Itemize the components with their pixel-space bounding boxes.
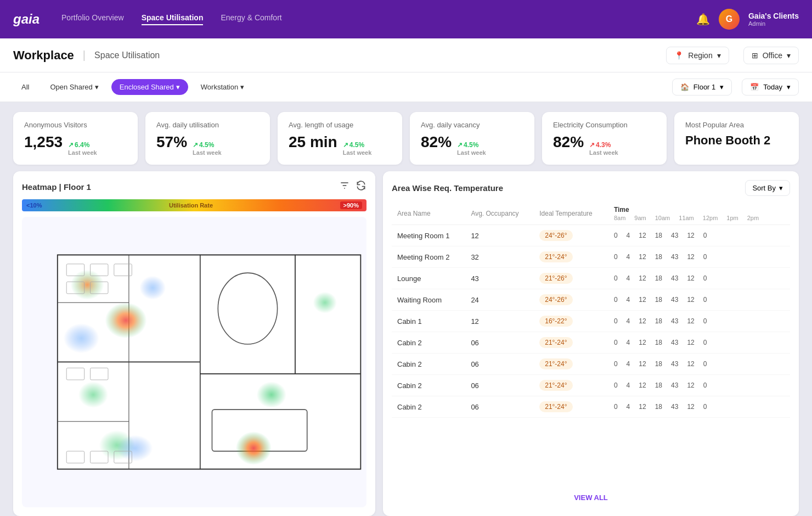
- cell-times: 04121843120: [608, 311, 790, 332]
- cell-times: 04121843120: [608, 396, 790, 418]
- kpi-change-1: ↗4.5% Last week: [193, 141, 222, 156]
- cell-area: Waiting Room: [392, 289, 465, 311]
- cell-temp: 21°-24°: [534, 246, 608, 268]
- cell-area: Meeting Room 2: [392, 246, 465, 268]
- kpi-label-2: Avg. length of usage: [289, 121, 391, 129]
- kpi-daily-utilisation: Avg. daily utilisation 57% ↗4.5% Last we…: [145, 112, 270, 165]
- svg-rect-8: [295, 255, 360, 374]
- svg-point-18: [64, 323, 99, 353]
- cell-area: Cabin 2: [392, 332, 465, 354]
- cell-occupancy: 06: [465, 375, 534, 396]
- kpi-value-4: 82% ↗4.3% Last week: [553, 133, 656, 156]
- filterbar: All Open Shared ▾ Enclosed Shared ▾ Work…: [0, 72, 812, 102]
- heatmap-title: Heatmap | Floor 1: [22, 182, 91, 192]
- page-title: Workplace: [13, 48, 74, 63]
- office-chevron-icon: ▾: [787, 51, 791, 60]
- cell-area: Meeting Room 1: [392, 225, 465, 246]
- table-row: Cabin 2 06 21°-24° 04121843120: [392, 332, 790, 354]
- cell-area: Lounge: [392, 268, 465, 289]
- kpi-value-5: Phone Booth 2: [685, 133, 788, 148]
- table-row: Lounge 43 21°-26° 04121843120: [392, 268, 790, 289]
- table-row: Cabin 2 06 21°-24° 04121843120: [392, 375, 790, 396]
- bell-icon[interactable]: 🔔: [696, 13, 710, 26]
- cell-temp: 21°-24°: [534, 375, 608, 396]
- nav-links: Portfolio Overview Space Utilisation Ene…: [61, 13, 696, 25]
- nav-energy-comfort[interactable]: Energy & Comfort: [221, 13, 281, 25]
- kpi-change-2: ↗4.5% Last week: [343, 141, 372, 156]
- cell-temp: 21°-26°: [534, 268, 608, 289]
- cell-occupancy: 06: [465, 396, 534, 418]
- cell-area: Cabin 2: [392, 354, 465, 375]
- kpi-label-1: Avg. daily utilisation: [156, 121, 259, 129]
- kpi-change-3: ↗4.5% Last week: [457, 141, 486, 156]
- cell-area: Cabin 2: [392, 396, 465, 418]
- svg-point-16: [105, 302, 147, 338]
- office-dropdown[interactable]: ⊞ Office ▾: [743, 47, 799, 64]
- cell-area: Cabin 1: [392, 311, 465, 332]
- kpi-value-2: 25 min ↗4.5% Last week: [289, 133, 391, 156]
- kpi-label-3: Avg. daily vacancy: [421, 121, 523, 129]
- temperature-table-card: Area Wise Req. Temperature Sort By ▾ Are…: [383, 171, 799, 516]
- user-name: Gaia's Clients: [748, 12, 799, 20]
- svg-point-23: [257, 382, 286, 408]
- table-scroll[interactable]: Area Name Avg. Occupancy Ideal Temperatu…: [392, 203, 790, 488]
- filter-all[interactable]: All: [13, 79, 37, 95]
- floor-chevron-icon: ▾: [720, 83, 724, 91]
- kpi-change-0: ↗6.4% Last week: [68, 141, 97, 156]
- office-icon: ⊞: [752, 51, 758, 60]
- subheader: Workplace | Space Utilisation 📍 Region ▾…: [0, 38, 812, 72]
- user-role: Admin: [748, 20, 799, 27]
- svg-point-19: [139, 276, 166, 300]
- cell-occupancy: 12: [465, 225, 534, 246]
- svg-point-25: [313, 292, 337, 313]
- filter-open-shared[interactable]: Open Shared ▾: [42, 79, 106, 95]
- avatar: G: [719, 9, 740, 30]
- heatmap-refresh-btn[interactable]: [356, 180, 366, 194]
- region-chevron-icon: ▾: [717, 51, 721, 60]
- heatmap-filter-btn[interactable]: [339, 180, 350, 194]
- kpi-anonymous-visitors: Anonymous Visitors 1,253 ↗6.4% Last week: [13, 112, 138, 165]
- cell-temp: 21°-24°: [534, 332, 608, 354]
- kpi-electricity: Electricity Consumption 82% ↗4.3% Last w…: [542, 112, 667, 165]
- filter-enclosed-shared[interactable]: Enclosed Shared ▾: [111, 79, 188, 95]
- kpi-value-3: 82% ↗4.5% Last week: [421, 133, 523, 156]
- navbar: gaia Portfolio Overview Space Utilisatio…: [0, 0, 812, 38]
- nav-right: 🔔 G Gaia's Clients Admin: [696, 9, 799, 30]
- today-dropdown[interactable]: 📅 Today ▾: [742, 78, 799, 96]
- temperature-table: Area Name Avg. Occupancy Ideal Temperatu…: [392, 203, 790, 418]
- main-content: Heatmap | Floor 1 <10% Utilisation Rate …: [0, 171, 812, 516]
- today-chevron-icon: ▾: [787, 83, 791, 91]
- table-header: Area Wise Req. Temperature Sort By ▾: [392, 180, 790, 196]
- cell-occupancy: 32: [465, 246, 534, 268]
- floor-icon: 🏠: [680, 83, 689, 91]
- region-icon: 📍: [674, 51, 684, 60]
- cell-temp: 21°-24°: [534, 354, 608, 375]
- today-icon: 📅: [750, 83, 759, 91]
- kpi-label-0: Anonymous Visitors: [24, 121, 127, 129]
- nav-space-utilisation[interactable]: Space Utilisation: [142, 13, 204, 25]
- gradient-center: Utilisation Rate: [169, 202, 213, 209]
- kpi-popular-area: Most Popular Area Phone Booth 2: [674, 112, 799, 165]
- cell-times: 04121843120: [608, 354, 790, 375]
- cell-occupancy: 12: [465, 311, 534, 332]
- cell-occupancy: 24: [465, 289, 534, 311]
- brand-logo: gaia: [13, 12, 40, 27]
- cell-temp: 24°-26°: [534, 289, 608, 311]
- filter-workstation[interactable]: Workstation ▾: [193, 79, 252, 95]
- nav-portfolio-overview[interactable]: Portfolio Overview: [61, 13, 124, 25]
- svg-point-24: [117, 435, 153, 462]
- heatmap-image: [22, 217, 366, 507]
- region-dropdown[interactable]: 📍 Region ▾: [666, 47, 729, 64]
- floor-dropdown[interactable]: 🏠 Floor 1 ▾: [672, 78, 732, 96]
- col-area-name: Area Name: [392, 203, 465, 225]
- heatmap-card: Heatmap | Floor 1 <10% Utilisation Rate …: [13, 171, 375, 516]
- col-temp: Ideal Temperature: [534, 203, 608, 225]
- table-row: Meeting Room 1 12 24°-26° 04121843120: [392, 225, 790, 246]
- cell-occupancy: 06: [465, 332, 534, 354]
- svg-point-20: [78, 382, 108, 408]
- view-all-btn[interactable]: VIEW ALL: [392, 488, 790, 507]
- sort-button[interactable]: Sort By ▾: [745, 180, 790, 196]
- time-labels: 8am9am10am11am12pm1pm2pm: [614, 215, 785, 221]
- kpi-daily-vacancy: Avg. daily vacancy 82% ↗4.5% Last week: [410, 112, 534, 165]
- cell-area: Cabin 2: [392, 375, 465, 396]
